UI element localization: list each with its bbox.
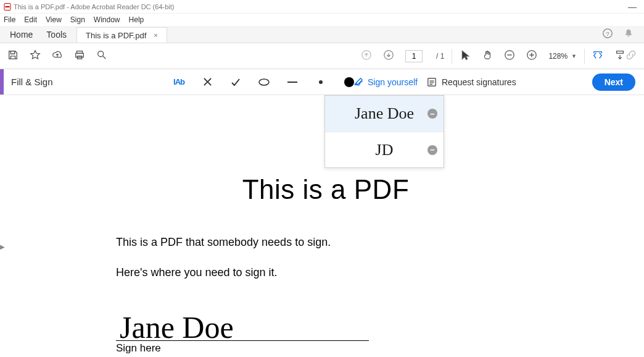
print-icon[interactable] xyxy=(74,49,85,62)
nav-tools[interactable]: Tools xyxy=(46,30,67,40)
svg-point-18 xyxy=(259,79,269,85)
signature-dropdown: Jane Doe − JD − xyxy=(324,95,444,168)
caret-down-icon: ▼ xyxy=(571,53,577,59)
sign-yourself-label: Sign yourself xyxy=(368,77,418,87)
zoom-value: 128% xyxy=(548,52,568,61)
next-button[interactable]: Next xyxy=(592,74,635,91)
remove-signature-button[interactable]: − xyxy=(427,109,437,119)
svg-rect-21 xyxy=(428,78,436,85)
signature-option-label: JD xyxy=(376,141,394,159)
sign-yourself-button[interactable]: Sign yourself xyxy=(353,77,418,88)
request-signatures-button[interactable]: Request signatures xyxy=(427,77,516,87)
menu-view[interactable]: View xyxy=(46,15,62,24)
star-icon[interactable] xyxy=(30,49,41,62)
window-title: This is a PDF.pdf - Adobe Acrobat Reader… xyxy=(14,3,174,10)
fit-width-icon[interactable] xyxy=(592,49,603,62)
nav-home[interactable]: Home xyxy=(10,30,33,40)
menu-edit[interactable]: Edit xyxy=(24,15,37,24)
signature-field[interactable]: Jane Doe Sign here xyxy=(116,306,616,355)
signature-option-label: Jane Doe xyxy=(355,104,414,123)
fill-sign-accent-strip xyxy=(0,69,4,94)
cross-mark-tool[interactable] xyxy=(201,76,213,88)
select-tool-icon[interactable] xyxy=(460,49,471,62)
placed-signature[interactable]: Jane Doe xyxy=(120,312,234,343)
menu-file[interactable]: File xyxy=(4,15,15,24)
zoom-in-icon[interactable] xyxy=(526,49,537,62)
svg-rect-5 xyxy=(76,53,84,57)
line-tool[interactable] xyxy=(286,76,299,88)
svg-line-8 xyxy=(103,56,106,59)
svg-rect-16 xyxy=(617,51,624,54)
circle-tool[interactable] xyxy=(258,76,270,88)
signature-option-full[interactable]: Jane Doe − xyxy=(325,96,444,132)
window-titlebar: This is a PDF.pdf - Adobe Acrobat Reader… xyxy=(0,0,644,14)
document-viewport: ▶ This is a PDF This is a PDF that someb… xyxy=(0,95,644,357)
request-signatures-icon xyxy=(427,77,437,87)
signature-option-initials[interactable]: JD − xyxy=(325,132,444,167)
page-number-input[interactable] xyxy=(405,50,423,62)
fill-sign-title: Fill & Sign xyxy=(11,77,53,87)
request-signatures-label: Request signatures xyxy=(442,77,516,87)
zoom-level-dropdown[interactable]: 128% ▼ xyxy=(548,52,577,61)
document-tab[interactable]: This is a PDF.pdf × xyxy=(76,27,167,43)
notification-bell-icon[interactable] xyxy=(623,28,634,41)
share-link-icon[interactable] xyxy=(625,49,637,62)
help-icon[interactable]: ? xyxy=(602,28,613,41)
menu-sign[interactable]: Sign xyxy=(70,15,85,24)
dot-tool[interactable] xyxy=(315,76,327,88)
hand-tool-icon[interactable] xyxy=(482,49,493,62)
document-paragraph-2: Here's where you need to sign it. xyxy=(116,266,616,279)
save-icon[interactable] xyxy=(7,49,19,62)
zoom-out-icon[interactable] xyxy=(504,49,515,62)
svg-rect-1 xyxy=(6,6,10,7)
find-icon[interactable] xyxy=(96,49,107,62)
document-title: This is a PDF xyxy=(36,174,616,205)
svg-text:?: ? xyxy=(606,30,609,37)
pdf-file-icon xyxy=(4,3,11,10)
menu-bar: File Edit View Sign Window Help xyxy=(0,14,644,26)
chevron-right-icon: ▶ xyxy=(0,243,5,250)
check-mark-tool[interactable] xyxy=(229,76,242,88)
cloud-upload-icon[interactable] xyxy=(52,49,63,62)
menu-window[interactable]: Window xyxy=(94,15,120,24)
svg-point-20 xyxy=(319,80,323,84)
page-up-icon[interactable] xyxy=(361,49,372,62)
document-tab-label: This is a PDF.pdf xyxy=(86,31,146,40)
page-down-icon[interactable] xyxy=(383,49,394,62)
svg-point-7 xyxy=(98,51,104,57)
menu-help[interactable]: Help xyxy=(129,15,144,24)
main-toolbar: / 1 128% ▼ xyxy=(0,43,644,69)
panel-expand-handle[interactable]: ▶ xyxy=(0,95,7,357)
signature-icon xyxy=(353,77,364,88)
fill-sign-toolbar: Fill & Sign IAb Sign yourself Request si… xyxy=(0,69,644,95)
page-total: / 1 xyxy=(436,52,444,61)
page-display-icon[interactable] xyxy=(614,49,625,62)
remove-signature-button[interactable]: − xyxy=(427,145,437,155)
document-paragraph-1: This is a PDF that somebody needs to sig… xyxy=(116,236,616,249)
add-text-tool[interactable]: IAb xyxy=(173,76,185,88)
window-minimize-button[interactable]: — xyxy=(624,2,640,12)
document-tab-close[interactable]: × xyxy=(154,32,157,39)
tab-row: Home Tools This is a PDF.pdf × ? xyxy=(0,26,644,43)
